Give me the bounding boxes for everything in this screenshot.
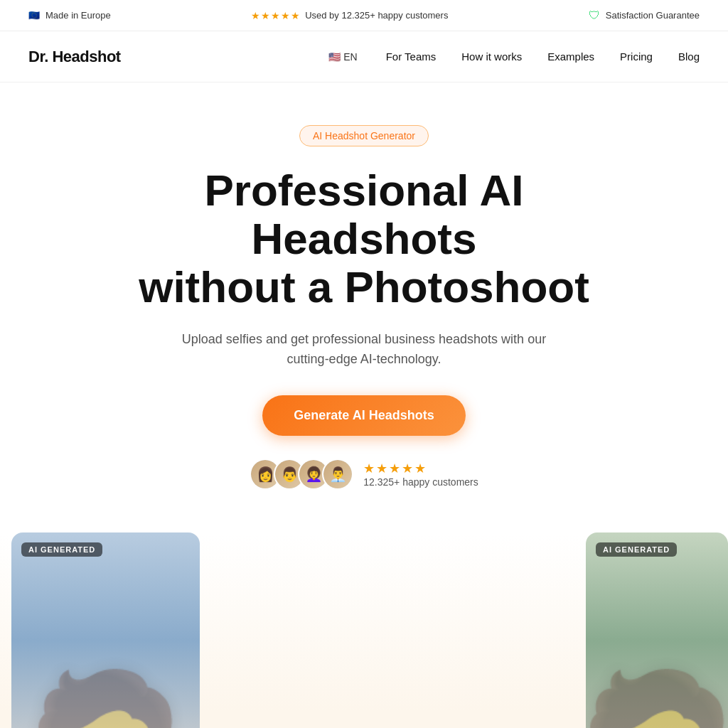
gallery-section: 🧑 AI GENERATED Matteo Ferrari Software E… — [0, 532, 728, 728]
topbar-made-in: 🇪🇺 Made in Europe — [28, 10, 111, 21]
nav-item-for-teams[interactable]: For Teams — [386, 50, 437, 63]
shield-icon: 🛡 — [589, 9, 600, 22]
nav-item-pricing[interactable]: Pricing — [620, 50, 653, 63]
proof-text: ★★★★★ 12.325+ happy customers — [363, 461, 478, 488]
nav-item-examples[interactable]: Examples — [547, 50, 594, 63]
eu-flag-icon: 🇪🇺 — [28, 10, 40, 21]
cta-button[interactable]: Generate AI Headshots — [262, 395, 465, 436]
gallery-card-right: 🧑 AI GENERATED Clara Rodriguez Civil Eng… — [586, 532, 728, 728]
lang-code: EN — [343, 51, 357, 63]
topbar-guarantee: 🛡 Satisfaction Guarantee — [589, 9, 700, 22]
hero-badge: AI Headshot Generator — [299, 125, 429, 146]
logo[interactable]: Dr. Headshot — [28, 48, 121, 66]
social-proof: 👩 👨 👩‍🦱 👨‍💼 ★★★★★ 12.325+ happy customer… — [28, 459, 700, 490]
avatar-4: 👨‍💼 — [322, 459, 353, 490]
rating-stars-icon: ★★★★★ — [251, 10, 301, 21]
rating-text: Used by 12.325+ happy customers — [305, 10, 448, 21]
navbar: Dr. Headshot 🇺🇸 EN For Teams How it work… — [0, 31, 728, 82]
nav-links: For Teams How it works Examples Pricing … — [386, 50, 700, 63]
ai-badge-right: AI GENERATED — [596, 542, 677, 557]
guarantee-text: Satisfaction Guarantee — [606, 10, 700, 21]
ai-badge-left: AI GENERATED — [21, 542, 102, 557]
gallery-card-left: 🧑 AI GENERATED Matteo Ferrari Software E… — [11, 532, 200, 728]
topbar-rating: ★★★★★ Used by 12.325+ happy customers — [251, 10, 448, 21]
language-selector[interactable]: 🇺🇸 EN — [328, 51, 357, 63]
hero-section: AI Headshot Generator Professional AI He… — [0, 82, 728, 532]
hero-headline: Professional AI Headshots without a Phot… — [94, 166, 634, 312]
avatar-stack: 👩 👨 👩‍🦱 👨‍💼 — [250, 459, 353, 490]
made-in-text: Made in Europe — [46, 10, 111, 21]
topbar: 🇪🇺 Made in Europe ★★★★★ Used by 12.325+ … — [0, 0, 728, 31]
nav-item-how-it-works[interactable]: How it works — [461, 50, 522, 63]
hero-subtitle: Upload selfies and get professional busi… — [165, 329, 563, 370]
proof-stars-icon: ★★★★★ — [363, 461, 478, 476]
proof-count: 12.325+ happy customers — [363, 476, 478, 488]
lang-flag-icon: 🇺🇸 — [328, 51, 341, 63]
nav-item-blog[interactable]: Blog — [678, 50, 700, 63]
